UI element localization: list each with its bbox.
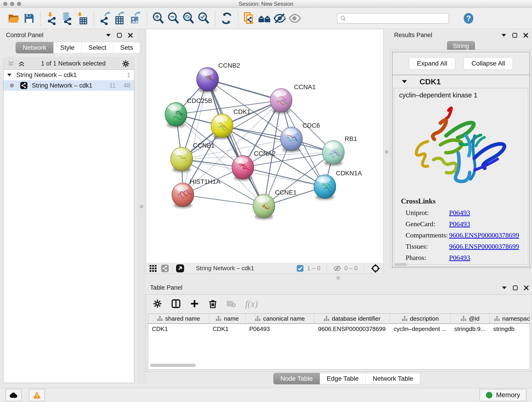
close-panel-icon[interactable]: [128, 33, 133, 38]
column-header-name[interactable]: name: [209, 314, 246, 323]
add-column-icon[interactable]: [190, 299, 199, 308]
network-node-ccne1[interactable]: [253, 194, 275, 219]
collapse-card-icon[interactable]: [402, 80, 407, 83]
node-table[interactable]: shared namenamecanonical namedatabase id…: [148, 313, 530, 370]
tab-style[interactable]: Style: [53, 42, 82, 53]
search-input[interactable]: [346, 15, 446, 22]
column-header-canonical-name[interactable]: canonical name: [246, 314, 314, 323]
tab-sets[interactable]: Sets: [114, 42, 140, 53]
grid-mode-icon[interactable]: [149, 264, 157, 273]
collapse-all-icon[interactable]: [7, 61, 14, 67]
network-collection-row[interactable]: String Network – cdk1 1: [3, 70, 134, 80]
zoom-fit-button[interactable]: [181, 11, 196, 26]
new-network-from-selection-button[interactable]: [242, 11, 257, 26]
column-header-shared-name[interactable]: shared name: [148, 314, 209, 323]
table-cell[interactable]: cyclin–dependent ...: [390, 324, 451, 334]
horizontal-splitter-handle[interactable]: [336, 276, 340, 280]
expand-all-icon[interactable]: [18, 61, 25, 67]
table-cell[interactable]: P06493: [246, 324, 314, 334]
warnings-button[interactable]: [29, 389, 45, 401]
toolbar-search[interactable]: [337, 13, 449, 24]
tree-expander-icon[interactable]: [7, 73, 12, 77]
import-network-database-button[interactable]: [60, 11, 75, 26]
memory-status-button[interactable]: Memory: [480, 389, 526, 401]
panel-menu-icon[interactable]: [502, 286, 507, 289]
cloud-status-button[interactable]: [6, 389, 22, 401]
tab-edge-table[interactable]: Edge Table: [320, 373, 366, 384]
network-node-ccna2[interactable]: [232, 155, 254, 181]
network-node-ccna1[interactable]: [270, 89, 292, 114]
close-panel-icon[interactable]: [524, 285, 529, 290]
selected-checkbox-icon[interactable]: [297, 265, 304, 272]
table-row[interactable]: CDK1CDK1P064939606.ENSP00000378699cyclin…: [148, 324, 530, 334]
network-edge[interactable]: [208, 79, 264, 206]
crosslink-link[interactable]: P06493: [449, 209, 470, 217]
network-node-hist1h1a[interactable]: [172, 183, 194, 208]
first-neighbors-button[interactable]: [257, 11, 272, 26]
export-table-button[interactable]: [113, 11, 128, 26]
crosslink-link[interactable]: P06493: [449, 220, 470, 228]
network-node-cdk1[interactable]: [211, 114, 233, 139]
gear-icon[interactable]: [122, 60, 130, 68]
crosslink-link[interactable]: P06493: [449, 254, 470, 262]
network-node-rb1[interactable]: [322, 140, 344, 166]
table-gear-icon[interactable]: [152, 299, 162, 308]
crosslink-link[interactable]: 9606.ENSP00000378699: [449, 242, 519, 250]
birds-eye-toggle-icon[interactable]: [371, 264, 380, 273]
float-panel-icon[interactable]: [117, 33, 122, 38]
right-splitter-handle[interactable]: [385, 150, 388, 154]
panel-menu-icon[interactable]: [501, 34, 506, 37]
import-network-file-button[interactable]: [44, 11, 60, 26]
network-node-ccnb2[interactable]: [196, 67, 219, 93]
table-cell[interactable]: CDK1: [148, 324, 209, 334]
collapse-all-button[interactable]: Collapse All: [463, 57, 513, 70]
show-all-button[interactable]: [287, 11, 302, 26]
delete-column-icon[interactable]: [208, 299, 218, 308]
table-cell[interactable]: stringdb: [490, 324, 530, 334]
table-cell[interactable]: 9606.ENSP00000378699: [314, 324, 390, 334]
table-cell[interactable]: stringdb:9...: [451, 324, 490, 334]
zoom-in-button[interactable]: [151, 11, 166, 26]
network-edge[interactable]: [183, 195, 264, 206]
column-header--id[interactable]: @id: [451, 314, 490, 323]
network-row[interactable]: String Network – cdk1 11 48: [3, 80, 134, 91]
column-header-description[interactable]: description: [390, 314, 451, 323]
network-edge[interactable]: [183, 79, 208, 195]
close-panel-icon[interactable]: [523, 33, 528, 38]
table-hscrollbar-thumb[interactable]: [150, 364, 196, 367]
tab-select[interactable]: Select: [82, 42, 114, 53]
crosslink-link[interactable]: 9606.ENSP00000378699: [449, 231, 519, 239]
results-scrollbar-thumb[interactable]: [394, 263, 407, 266]
export-network-button[interactable]: [98, 11, 113, 26]
tab-node-table[interactable]: Node Table: [273, 373, 320, 384]
float-panel-icon[interactable]: [512, 33, 517, 38]
save-session-button[interactable]: [22, 11, 37, 26]
apply-layout-button[interactable]: [219, 11, 234, 26]
network-node-cdc25b[interactable]: [165, 102, 187, 128]
zoom-selected-button[interactable]: [196, 11, 211, 26]
float-panel-icon[interactable]: [513, 285, 518, 290]
tab-network-table[interactable]: Network Table: [366, 373, 420, 384]
show-columns-icon[interactable]: [171, 299, 181, 309]
left-splitter-handle[interactable]: [140, 205, 143, 208]
detach-view-icon[interactable]: [176, 264, 184, 273]
column-header-database-identifier[interactable]: database identifier: [314, 314, 390, 323]
network-edge[interactable]: [208, 79, 281, 100]
expand-all-button[interactable]: Expand All: [409, 57, 455, 70]
tab-network[interactable]: Network: [16, 42, 53, 53]
open-session-button[interactable]: [6, 11, 22, 26]
column-header-namespace[interactable]: namespace: [490, 314, 530, 323]
network-node-cdkn1a[interactable]: [314, 175, 336, 200]
panel-menu-icon[interactable]: [106, 34, 111, 37]
network-node-cdc6[interactable]: [280, 127, 302, 152]
network-canvas[interactable]: CCNB2CCNA1CDC25BCDK1CDC6RB1CCNB1CCNA2CDK…: [146, 29, 383, 263]
zoom-out-button[interactable]: [166, 11, 181, 26]
share-view-icon[interactable]: [161, 264, 169, 273]
hide-selected-button[interactable]: [272, 11, 287, 26]
import-table-file-button[interactable]: [75, 11, 90, 26]
network-node-ccnb1[interactable]: [171, 147, 193, 172]
table-cell[interactable]: CDK1: [209, 324, 246, 334]
help-button[interactable]: ?: [461, 11, 476, 26]
export-image-button[interactable]: [128, 11, 143, 26]
network-edge[interactable]: [243, 167, 325, 186]
